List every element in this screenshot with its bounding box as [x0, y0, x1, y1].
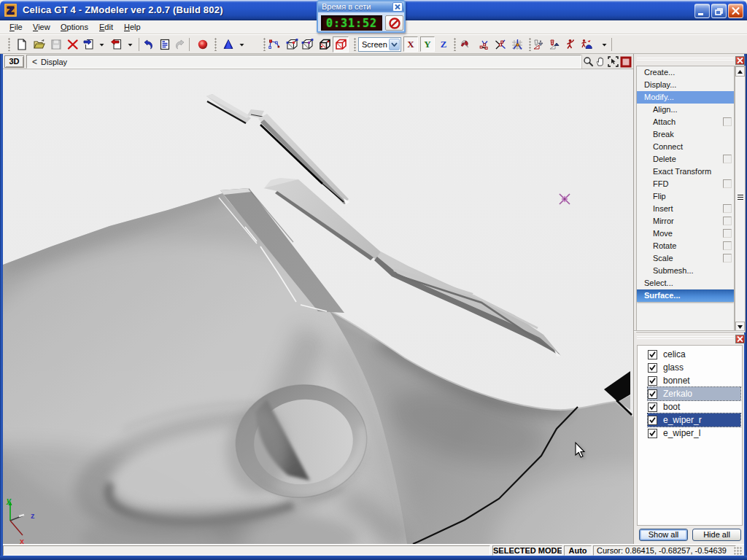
- import-icon[interactable]: [81, 36, 97, 52]
- object-item-boot[interactable]: boot: [648, 400, 740, 413]
- command-item-select[interactable]: Select...: [637, 277, 734, 289]
- redo-icon[interactable]: [172, 36, 188, 52]
- app-logo-icon[interactable]: [4, 4, 17, 17]
- object-item-glass[interactable]: glass: [648, 361, 740, 374]
- object-item-e_wiper_l[interactable]: e_wiper_l: [648, 427, 740, 440]
- object-visibility-checkbox[interactable]: [648, 429, 657, 438]
- command-item-submesh[interactable]: Submesh...: [637, 265, 734, 277]
- zoom-icon[interactable]: [582, 55, 595, 68]
- command-item-surface[interactable]: Surface...: [637, 289, 734, 302]
- open-file-icon[interactable]: [31, 36, 47, 52]
- scroll-up-icon[interactable]: [735, 66, 745, 77]
- command-checkbox[interactable]: [723, 229, 732, 238]
- command-item-ffd[interactable]: FFD: [637, 178, 734, 190]
- command-checkbox[interactable]: [723, 179, 732, 188]
- hide-all-button[interactable]: Hide all: [692, 529, 741, 541]
- select-region-icon[interactable]: [607, 55, 619, 68]
- axis-toggle-x[interactable]: X: [403, 36, 418, 52]
- command-checkbox[interactable]: [723, 117, 732, 126]
- object-item-celica[interactable]: celica: [648, 348, 740, 361]
- vertices-mode-icon[interactable]: [266, 36, 282, 52]
- maximize-viewport-icon[interactable]: [619, 55, 632, 68]
- scrollbar-thumb-grip[interactable]: [738, 195, 743, 201]
- axis-toggle-y[interactable]: Y: [420, 36, 435, 52]
- command-checkbox[interactable]: [723, 241, 732, 250]
- commands-close-icon[interactable]: [735, 56, 745, 65]
- material-sphere-icon[interactable]: [195, 36, 211, 52]
- object-visibility-checkbox[interactable]: [648, 363, 657, 373]
- dropdown-caret-icon[interactable]: [600, 36, 608, 52]
- command-checkbox[interactable]: [723, 254, 732, 262]
- object-visibility-checkbox[interactable]: [648, 376, 657, 386]
- toolbar-grip[interactable]: [454, 38, 457, 51]
- menu-item-file[interactable]: File: [4, 20, 28, 34]
- projection-combobox[interactable]: Screen: [358, 37, 401, 52]
- pan-hand-icon[interactable]: [595, 55, 607, 68]
- restore-button[interactable]: [711, 4, 727, 18]
- object-visibility-checkbox[interactable]: [648, 416, 657, 425]
- breadcrumb-back-arrow[interactable]: <: [32, 57, 37, 67]
- weld-vertices-icon[interactable]: [477, 36, 493, 52]
- breadcrumb[interactable]: < Display: [26, 55, 581, 69]
- command-item-display[interactable]: Display...: [637, 79, 734, 91]
- timer-title-bar[interactable]: Время в сети: [318, 1, 404, 12]
- save-icon[interactable]: [48, 36, 64, 52]
- command-item-create[interactable]: Create...: [637, 66, 734, 79]
- commands-scrollbar[interactable]: [735, 66, 746, 332]
- commands-splitter[interactable]: [637, 56, 734, 63]
- show-all-button[interactable]: Show all: [639, 529, 688, 541]
- timer-window[interactable]: Время в сети 0:31:52: [317, 0, 406, 33]
- log-window-icon[interactable]: [157, 36, 173, 52]
- object-item-bonnet[interactable]: bonnet: [648, 374, 740, 387]
- command-item-modify[interactable]: Modify...: [637, 91, 734, 104]
- tab-3d[interactable]: 3D: [4, 55, 24, 68]
- command-item-connect[interactable]: Connect: [637, 141, 734, 153]
- objects-close-icon[interactable]: [735, 335, 745, 343]
- export-icon[interactable]: [109, 36, 125, 52]
- command-item-move[interactable]: Move: [637, 228, 734, 240]
- command-item-break[interactable]: Break: [637, 128, 734, 141]
- toolbar-grip[interactable]: [214, 38, 217, 51]
- dropdown-caret-icon[interactable]: [98, 36, 106, 52]
- morph-figure-icon[interactable]: [578, 36, 595, 52]
- command-item-align[interactable]: Align...: [637, 104, 734, 116]
- command-item-flip[interactable]: Flip: [637, 190, 734, 203]
- command-item-scale[interactable]: Scale: [637, 252, 734, 265]
- command-checkbox[interactable]: [723, 155, 732, 163]
- faces-mode-icon[interactable]: [317, 36, 333, 52]
- extrude-down-icon[interactable]: [530, 36, 546, 52]
- animation-figure-icon[interactable]: [562, 36, 578, 52]
- objects-mode-icon[interactable]: [333, 36, 349, 52]
- unweld-vertices-icon[interactable]: [492, 36, 508, 52]
- command-checkbox[interactable]: [723, 204, 732, 213]
- extrude-up-icon[interactable]: [546, 36, 562, 52]
- dropdown-caret-icon[interactable]: [126, 36, 134, 52]
- delete-icon[interactable]: [65, 36, 81, 52]
- dropdown-caret-icon[interactable]: [238, 36, 246, 52]
- command-checkbox[interactable]: [723, 217, 732, 225]
- object-item-Zerkalo[interactable]: Zerkalo: [648, 387, 740, 400]
- command-item-insert[interactable]: Insert: [637, 203, 734, 215]
- resize-grip[interactable]: [734, 547, 743, 556]
- object-visibility-checkbox[interactable]: [648, 402, 657, 412]
- viewport-3d[interactable]: y z x: [3, 69, 633, 544]
- object-item-e_wiper_r[interactable]: e_wiper_r: [648, 413, 740, 427]
- snap-grid-icon[interactable]: [509, 36, 525, 52]
- menu-item-options[interactable]: Options: [55, 20, 93, 34]
- axis-toggle-z[interactable]: Z: [436, 36, 451, 52]
- menu-item-help[interactable]: Help: [119, 20, 146, 34]
- menu-item-edit[interactable]: Edit: [94, 20, 118, 34]
- minimize-button[interactable]: [694, 4, 710, 18]
- command-item-exact-transform[interactable]: Exact Transform: [637, 166, 734, 178]
- command-item-attach[interactable]: Attach: [637, 116, 734, 128]
- command-item-rotate[interactable]: Rotate: [637, 240, 734, 252]
- snap-magnet-icon[interactable]: [458, 36, 474, 52]
- status-auto[interactable]: Auto: [564, 545, 592, 556]
- timer-stop-button[interactable]: [385, 15, 403, 31]
- combobox-dropdown-icon[interactable]: [389, 39, 400, 50]
- object-visibility-checkbox[interactable]: [648, 389, 657, 399]
- new-file-icon[interactable]: [14, 36, 30, 52]
- objects-splitter[interactable]: [637, 335, 734, 342]
- menu-item-view[interactable]: View: [28, 20, 55, 34]
- command-item-mirror[interactable]: Mirror: [637, 215, 734, 228]
